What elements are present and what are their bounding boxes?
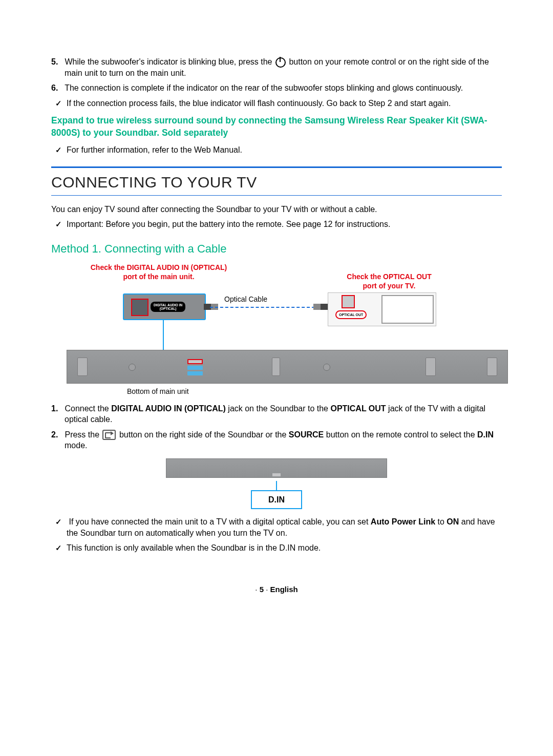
step-6-number: 6.: [51, 82, 62, 94]
optical-out-badge: OPTICAL OUT: [335, 310, 367, 319]
soundbar-slot-icon: [77, 358, 88, 376]
source-button-icon: [102, 430, 116, 440]
method-1-heading: Method 1. Connecting with a Cable: [51, 241, 502, 257]
bottom-of-main-unit-label: Bottom of main unit: [127, 387, 189, 396]
digital-audio-in-port-icon: [131, 299, 148, 316]
page-number: 5: [260, 585, 264, 594]
section-divider-bottom: [51, 195, 502, 196]
tv-screen-icon: [381, 295, 434, 324]
callout-optical-out: Check the OPTICAL OUTport of your TV.: [333, 272, 445, 290]
connection-diagram: Check the DIGITAL AUDIO IN (OPTICAL)port…: [67, 263, 507, 401]
optical-cable-label: Optical Cable: [224, 295, 267, 304]
cable-plug-right-icon: [313, 304, 328, 310]
step-5-number: 5.: [51, 56, 62, 68]
soundbar-port-zoom: DIGITAL AUDIO IN(OPTICAL): [123, 293, 206, 320]
step-5: 5. While the subwoofer's indicator is bl…: [51, 56, 502, 78]
page-language: English: [270, 585, 298, 594]
power-icon: [275, 57, 286, 68]
din-leader-line: [276, 481, 277, 491]
screw-icon: [323, 364, 330, 371]
soundbar-port-icon: [187, 371, 203, 375]
tv-optical-port-icon: [342, 295, 355, 308]
leader-line: [163, 319, 164, 353]
section-heading: CONNECTING TO YOUR TV: [51, 172, 502, 193]
soundbar-bottom-view: [67, 350, 508, 384]
callout-digital-audio-in: Check the DIGITAL AUDIO IN (OPTICAL)port…: [87, 263, 230, 281]
step-2-number: 2.: [51, 429, 62, 440]
soundbar-slot-icon: [487, 358, 497, 376]
wireless-kit-callout: Expand to true wireless surround sound b…: [51, 114, 502, 139]
cable-line: [210, 307, 320, 308]
method1-step-1: 1. Connect the DIGITAL AUDIO IN (OPTICAL…: [51, 403, 502, 425]
soundbar-front-icon: [166, 458, 387, 478]
check-din-only: This function is only available when the…: [67, 542, 502, 554]
section-divider-top: [51, 166, 502, 168]
soundbar-port-icon: [187, 366, 203, 370]
din-display-label: D.IN: [251, 490, 302, 510]
step-6: 6. The connection is complete if the ind…: [51, 82, 502, 94]
step-1-number: 1.: [51, 403, 62, 414]
tv-box: OPTICAL OUT: [328, 292, 436, 326]
soundbar-ports-group: [187, 358, 218, 376]
din-mode-figure: D.IN: [51, 458, 502, 509]
check-battery-note: Important: Before you begin, put the bat…: [67, 219, 502, 230]
soundbar-optical-port-icon: [187, 359, 203, 364]
screw-icon: [129, 364, 136, 371]
check-web-manual: For further information, refer to the We…: [67, 144, 502, 156]
check-auto-power-link: If you have connected the main unit to a…: [67, 516, 502, 538]
step-6-text: The connection is complete if the indica…: [65, 83, 463, 92]
page-footer: · 5 · English: [51, 584, 502, 595]
section-intro: You can enjoy TV sound after connecting …: [51, 204, 502, 215]
check-connection-fail: If the connection process fails, the blu…: [67, 98, 502, 109]
soundbar-slot-icon: [426, 358, 436, 376]
step-5-text-a: While the subwoofer's indicator is blink…: [65, 57, 274, 66]
digital-audio-in-port-label: DIGITAL AUDIO IN(OPTICAL): [151, 302, 185, 312]
method1-step-2: 2. Press the button on the right side of…: [51, 429, 502, 451]
soundbar-slot-icon: [272, 358, 280, 376]
